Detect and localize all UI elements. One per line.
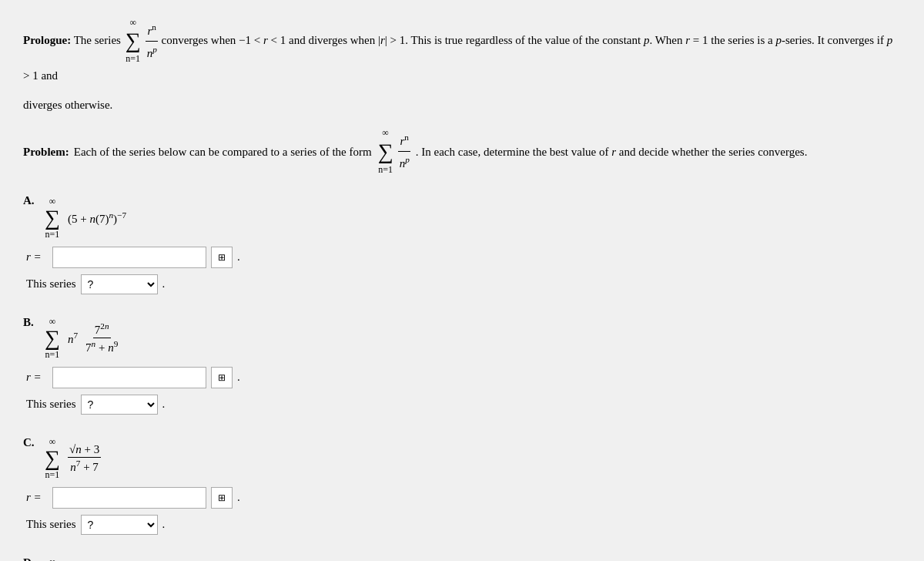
- problem-fraction: rn np: [398, 130, 411, 173]
- prologue-series-expr: ∞ ∑ n=1 rn np: [124, 15, 159, 66]
- part-C-label-row: C. ∞ ∑ n=1 √n + 3 n7 + 7: [23, 436, 901, 481]
- part-A-letter: A.: [23, 194, 37, 207]
- part-C-dropdown-row: This series ? converges diverges .: [26, 515, 901, 535]
- part-A-label-row: A. ∞ ∑ n=1 (5 + n(7)n)−7: [23, 194, 901, 240]
- part-B-expr: n7: [68, 331, 78, 346]
- part-B-dropdown-dot: .: [162, 398, 166, 411]
- part-D: D. ∞ ∑ n=1 ( 3n2 + 7n + 5−3n 9n+8 + 7n +…: [23, 556, 901, 561]
- part-A-input-row: r = ⊞ .: [26, 247, 901, 268]
- prologue-diverges-line: diverges otherwise.: [23, 99, 901, 112]
- problem-section: Problem: Each of the series below can be…: [23, 126, 901, 176]
- part-C-dropdown-dot: .: [162, 518, 166, 531]
- part-C-letter: C.: [23, 436, 37, 449]
- prologue-sigma-limits: ∞ ∑ n=1: [126, 15, 141, 66]
- part-C: C. ∞ ∑ n=1 √n + 3 n7 + 7 r = ⊞ . This se…: [23, 436, 901, 535]
- problem-series-expr: ∞ ∑ n=1 rn np: [377, 126, 411, 176]
- part-B-calc-button[interactable]: ⊞: [211, 367, 233, 388]
- part-B-this-series-label: This series: [26, 398, 76, 411]
- part-A: A. ∞ ∑ n=1 (5 + n(7)n)−7 r = ⊞ . This se…: [23, 194, 901, 294]
- part-B-dot: .: [237, 371, 240, 384]
- part-D-sigma: ∞ ∑ n=1 ( 3n2 + 7n + 5−3n 9n+8 + 7n + 7√…: [43, 556, 176, 561]
- part-A-r-input[interactable]: [52, 247, 206, 268]
- part-C-input-row: r = ⊞ .: [26, 487, 901, 509]
- part-B-fraction: 72n 7n + n9: [84, 321, 119, 354]
- part-D-label-row: D. ∞ ∑ n=1 ( 3n2 + 7n + 5−3n 9n+8 + 7n +…: [23, 556, 901, 561]
- problem-text1: Each of the series below can be compared…: [74, 143, 372, 161]
- problem-label: Problem:: [23, 143, 69, 161]
- part-C-dot: .: [237, 491, 240, 504]
- part-B-input-row: r = ⊞ .: [26, 367, 901, 388]
- part-B-series-select[interactable]: ? converges diverges: [81, 395, 158, 415]
- part-C-calc-button[interactable]: ⊞: [211, 487, 233, 509]
- part-A-dropdown-dot: .: [162, 277, 166, 291]
- part-C-r-label: r =: [26, 491, 48, 504]
- part-A-r-label: r =: [26, 250, 48, 264]
- problem-sigma-limits: ∞ ∑ n=1: [378, 126, 393, 176]
- part-A-expr: (5 + n(7)n)−7: [68, 210, 126, 226]
- part-A-sigma: ∞ ∑ n=1 (5 + n(7)n)−7: [43, 196, 126, 240]
- part-A-this-series-label: This series: [26, 277, 76, 291]
- part-C-r-input[interactable]: [52, 487, 206, 509]
- part-B-sigma: ∞ ∑ n=1 n7 72n 7n + n9: [43, 316, 119, 361]
- part-B: B. ∞ ∑ n=1 n7 72n 7n + n9 r = ⊞ . This s…: [23, 316, 901, 415]
- prologue-text1: The series: [74, 34, 124, 46]
- part-C-sigma: ∞ ∑ n=1 √n + 3 n7 + 7: [43, 436, 101, 481]
- prologue-section: Prologue: The series ∞ ∑ n=1 rn np conve…: [23, 15, 901, 85]
- part-A-series-select[interactable]: ? converges diverges: [81, 274, 158, 294]
- part-B-r-input[interactable]: [52, 367, 206, 388]
- prologue-fraction: rn np: [146, 20, 159, 62]
- part-B-dropdown-row: This series ? converges diverges .: [26, 395, 901, 415]
- part-A-dot: .: [237, 250, 240, 264]
- prologue-label: Prologue:: [23, 34, 71, 46]
- part-C-this-series-label: This series: [26, 518, 76, 531]
- part-C-series-select[interactable]: ? converges diverges: [81, 515, 158, 535]
- part-B-label-row: B. ∞ ∑ n=1 n7 72n 7n + n9: [23, 316, 901, 361]
- part-B-letter: B.: [23, 316, 37, 329]
- problem-row: Problem: Each of the series below can be…: [23, 126, 901, 176]
- problem-text2: . In each case, determine the best value…: [416, 143, 808, 161]
- part-C-fraction: √n + 3 n7 + 7: [68, 443, 101, 474]
- part-A-dropdown-row: This series ? converges diverges .: [26, 274, 901, 294]
- part-D-letter: D.: [23, 556, 37, 561]
- part-B-r-label: r =: [26, 371, 48, 384]
- part-A-calc-button[interactable]: ⊞: [211, 247, 233, 268]
